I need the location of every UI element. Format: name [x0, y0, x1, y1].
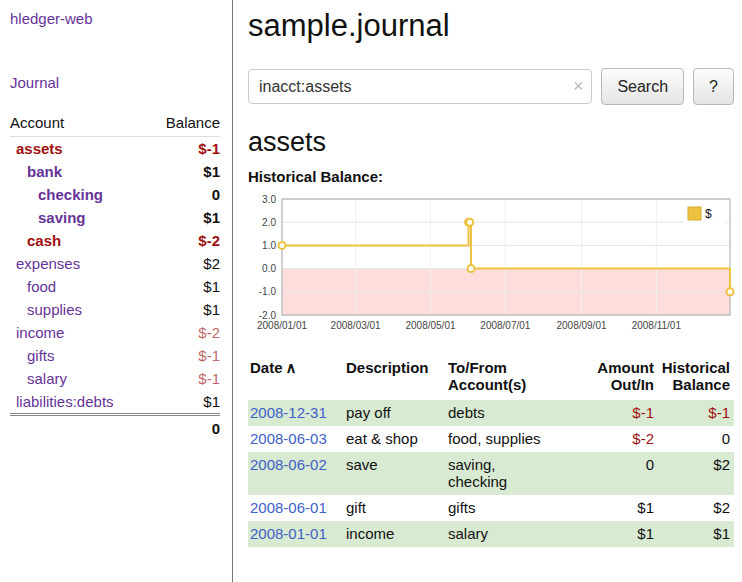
account-balance: $-1	[148, 367, 220, 390]
sidebar: hledger-web Journal Account Balance asse…	[0, 0, 233, 582]
register-table: Date∧ Description To/From Account(s) Amo…	[248, 357, 734, 547]
chart-title: Historical Balance:	[248, 168, 734, 185]
account-link[interactable]: supplies	[10, 301, 82, 318]
transaction-amount: $1	[582, 495, 658, 521]
transaction-date-link[interactable]: 2008-06-01	[250, 499, 327, 516]
account-link[interactable]: cash	[10, 232, 61, 249]
account-balance: $1	[148, 390, 220, 415]
transaction-balance: 0	[658, 426, 734, 452]
account-row: food$1	[10, 275, 220, 298]
sidebar-item-journal[interactable]: Journal	[10, 74, 59, 91]
transaction-amount: $-1	[582, 400, 658, 426]
transaction-description: eat & shop	[344, 426, 446, 452]
register-header-date[interactable]: Date∧	[248, 357, 344, 400]
x-tick-label: 2008/11/01	[632, 320, 682, 331]
data-point-marker	[727, 288, 734, 295]
account-balance: $-2	[148, 321, 220, 344]
transaction-date-link[interactable]: 2008-12-31	[250, 404, 327, 421]
historical-balance-chart: 3.02.01.00.0-1.0-2.02008/01/012008/03/01…	[248, 193, 735, 343]
data-point-marker	[468, 265, 475, 272]
transaction-date-link[interactable]: 2008-06-03	[250, 430, 327, 447]
account-balance: $1	[148, 160, 220, 183]
search-button[interactable]: Search	[601, 68, 684, 105]
accounts-total: 0	[10, 415, 220, 440]
search-form: × Search ?	[248, 68, 734, 105]
account-balance: $-1	[148, 344, 220, 367]
register-header-row: Date∧ Description To/From Account(s) Amo…	[248, 357, 734, 400]
account-link[interactable]: bank	[10, 163, 62, 180]
register-header-description: Description	[344, 357, 446, 400]
transaction-description: gift	[344, 495, 446, 521]
transaction-description: income	[344, 521, 446, 547]
account-balance: $2	[148, 252, 220, 275]
transaction-balance: $1	[658, 521, 734, 547]
account-balance: $-2	[148, 229, 220, 252]
register-row: 2008-06-01giftgifts$1$2	[248, 495, 734, 521]
accounts-table-body: assets$-1bank$1checking0saving$1cash$-2e…	[10, 137, 220, 415]
account-link[interactable]: liabilities:debts	[10, 393, 114, 410]
transaction-amount: 0	[582, 452, 658, 495]
account-row: assets$-1	[10, 137, 220, 161]
x-tick-label: 2008/05/01	[405, 320, 455, 331]
register-row: 2008-01-01incomesalary$1$1	[248, 521, 734, 547]
x-tick-label: 2008/03/01	[331, 320, 381, 331]
account-row: salary$-1	[10, 367, 220, 390]
account-link[interactable]: expenses	[10, 255, 80, 272]
register-header-balance: Historical Balance	[658, 357, 734, 400]
account-balance: 0	[148, 183, 220, 206]
transaction-accounts: food, supplies	[446, 426, 582, 452]
transaction-accounts: gifts	[446, 495, 582, 521]
account-link[interactable]: saving	[10, 209, 86, 226]
register-row: 2008-06-02savesaving, checking0$2	[248, 452, 734, 495]
accounts-header-account: Account	[10, 112, 148, 137]
account-link[interactable]: gifts	[10, 347, 55, 364]
accounts-total-row: 0	[10, 415, 220, 440]
account-row: supplies$1	[10, 298, 220, 321]
transaction-date-link[interactable]: 2008-01-01	[250, 525, 327, 542]
account-balance: $1	[148, 275, 220, 298]
help-button[interactable]: ?	[693, 68, 734, 105]
transaction-balance: $-1	[658, 400, 734, 426]
transaction-accounts: saving, checking	[446, 452, 582, 495]
x-tick-label: 2008/07/01	[480, 320, 530, 331]
x-tick-label: 2008/09/01	[556, 320, 606, 331]
register-row: 2008-06-03eat & shopfood, supplies$-20	[248, 426, 734, 452]
account-row: checking0	[10, 183, 220, 206]
account-row: bank$1	[10, 160, 220, 183]
accounts-table: Account Balance assets$-1bank$1checking0…	[10, 112, 220, 439]
account-link[interactable]: salary	[10, 370, 67, 387]
app-title-link[interactable]: hledger-web	[10, 10, 93, 27]
hledger-web-page: hledger-web Journal Account Balance asse…	[0, 0, 742, 582]
account-row: saving$1	[10, 206, 220, 229]
accounts-header-balance: Balance	[148, 112, 220, 137]
y-tick-label: -2.0	[259, 310, 277, 321]
search-input[interactable]	[248, 69, 592, 104]
clear-search-icon[interactable]: ×	[573, 75, 584, 97]
account-row: cash$-2	[10, 229, 220, 252]
transaction-date-link[interactable]: 2008-06-02	[250, 456, 327, 473]
sort-ascending-icon: ∧	[286, 359, 297, 376]
account-balance: $1	[148, 206, 220, 229]
account-link[interactable]: assets	[10, 140, 63, 157]
transaction-description: pay off	[344, 400, 446, 426]
account-link[interactable]: checking	[10, 186, 103, 203]
data-point-marker	[466, 219, 473, 226]
accounts-header-row: Account Balance	[10, 112, 220, 137]
transaction-accounts: salary	[446, 521, 582, 547]
account-link[interactable]: income	[10, 324, 64, 341]
register-table-body: 2008-12-31pay offdebts$-1$-12008-06-03ea…	[248, 400, 734, 547]
page-title: sample.journal	[248, 8, 734, 44]
date-header-label: Date	[250, 359, 283, 376]
legend-label: $	[705, 207, 712, 221]
y-tick-label: 2.0	[262, 217, 276, 228]
account-balance: $-1	[148, 137, 220, 161]
register-row: 2008-12-31pay offdebts$-1$-1	[248, 400, 734, 426]
account-balance: $1	[148, 298, 220, 321]
account-row: income$-2	[10, 321, 220, 344]
y-tick-label: -1.0	[259, 286, 277, 297]
transaction-balance: $2	[658, 452, 734, 495]
account-link[interactable]: food	[10, 278, 56, 295]
transaction-description: save	[344, 452, 446, 495]
account-heading: assets	[248, 127, 734, 158]
search-box: ×	[248, 69, 592, 104]
